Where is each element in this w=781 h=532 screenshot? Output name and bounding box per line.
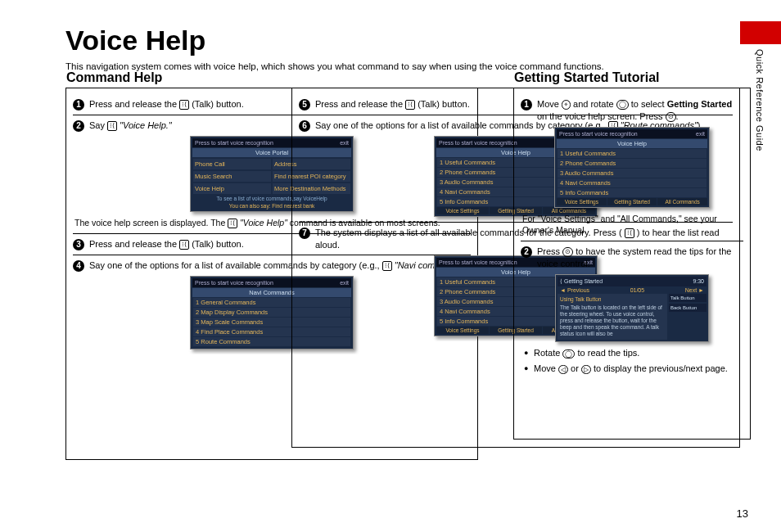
move-icon: ⌖ (562, 100, 571, 110)
tutorial-caption: For "Voice Settings" and "All Commands,"… (522, 213, 743, 236)
tutorial-column: Getting Started Tutorial 1 Move ⌖ and ro… (513, 88, 751, 440)
step-number-icon: 5 (299, 99, 310, 110)
select-icon: ⊙ (666, 112, 676, 122)
talk-icon: ⁝⟨ (107, 121, 117, 131)
side-section-label: Quick Reference Guide (755, 49, 765, 151)
tutorial-bullets: Rotate ◯ to read the tips. Move ◁ or ▷ t… (524, 347, 743, 375)
talk-icon: ⁝⟨ (179, 100, 189, 110)
talk-icon: ⁝⟨ (405, 100, 415, 110)
move-right-icon: ▷ (581, 365, 591, 375)
step-number-icon: 6 (299, 120, 310, 132)
tutorial-heading: Getting Started Tutorial (514, 70, 662, 87)
rotate-icon: ◯ (616, 100, 629, 110)
tutorial-step-1: 1 Move ⌖ and rotate ◯ to select Getting … (521, 98, 743, 123)
page-title: Voice Help (65, 25, 740, 56)
tutorial-step-2: 2 Press ⊙ to have the system read the ti… (521, 246, 743, 270)
step-number-icon: 7 (299, 228, 310, 239)
getting-started-screenshot: ⟨ Getting Started9:30 ◄ Previous01/05Nex… (555, 274, 709, 343)
step-number-icon: 2 (73, 120, 84, 132)
step-number-icon: 1 (521, 99, 532, 110)
page-number: 13 (737, 507, 748, 520)
section-color-tab (740, 21, 781, 44)
select-icon: ⊙ (562, 247, 573, 257)
step-number-icon: 4 (73, 260, 84, 272)
tutorial-step-1-text: Move ⌖ and rotate ◯ to select Getting St… (537, 98, 743, 123)
move-left-icon: ◁ (558, 365, 568, 375)
step-number-icon: 2 (521, 246, 532, 258)
voice-help-screenshot-3: Press to start voice recognitionexit Voi… (554, 127, 710, 208)
talk-icon: ⁝⟨ (179, 240, 189, 250)
tutorial-step-2-text: Press ⊙ to have the system read the tips… (537, 246, 743, 270)
step-number-icon: 3 (73, 239, 84, 250)
step-number-icon: 1 (73, 99, 84, 110)
command-help-heading: Command Help (66, 70, 165, 87)
rotate-icon: ◯ (562, 349, 575, 359)
bullet-move: Move ◁ or ▷ to display the previous/next… (524, 363, 743, 375)
bullet-rotate: Rotate ◯ to read the tips. (524, 347, 743, 359)
talk-icon: ⁝⟨ (228, 219, 237, 228)
